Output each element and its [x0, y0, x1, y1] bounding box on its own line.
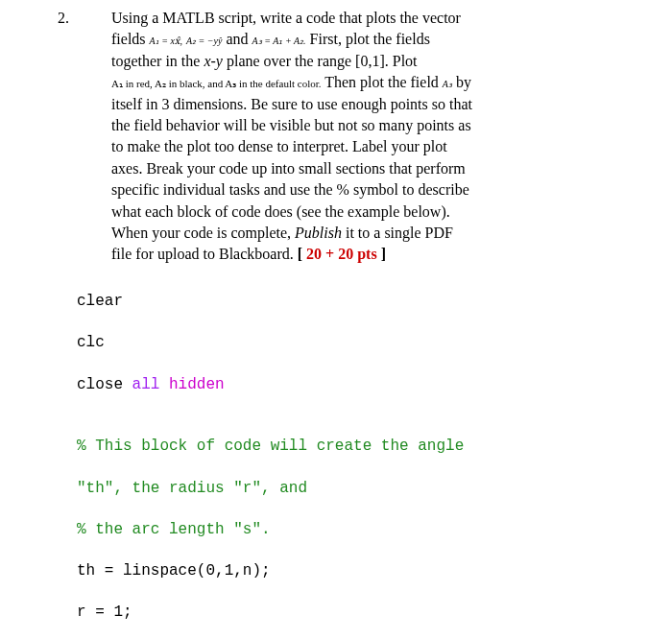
text-part: Then plot the field: [322, 74, 443, 90]
code-text: clear: [77, 293, 123, 310]
text-part: together in the: [111, 53, 204, 69]
keyword-hidden: hidden: [169, 376, 225, 393]
text-part: itself in 3 dimensions. Be sure to use e…: [111, 96, 472, 112]
text-part: by: [452, 74, 471, 90]
publish-word: Publish: [295, 225, 342, 241]
comment-str: "s": [233, 521, 261, 538]
code-text: clc: [77, 334, 105, 351]
comment-line: % This block of code will create the ang…: [77, 437, 614, 458]
text-part: the field behavior will be visible but n…: [111, 117, 471, 133]
keyword-all: all: [132, 376, 169, 393]
text-part: to make the plot too dense to interpret.…: [111, 138, 447, 154]
plot-note: A₁ in red, A₂ in black, and A₃ in the de…: [111, 78, 322, 89]
text-part: axes. Break your code up into small sect…: [111, 160, 466, 177]
text-part: it to a single PDF: [342, 225, 453, 241]
text-part: plane over the range [0,1]. Plot: [223, 53, 418, 69]
code-line: clc: [77, 333, 614, 354]
text-part: When your code is complete,: [111, 225, 295, 241]
comment-line: "th", the radius "r", and: [77, 479, 614, 500]
problem-text: Using a MATLB script, write a code that …: [111, 8, 614, 266]
text-part: and: [222, 31, 252, 47]
text-part: Using a MATLB script, write a code that …: [111, 10, 461, 26]
formula-a3-ref: A₃: [443, 78, 452, 91]
comment-str: "th": [77, 480, 113, 497]
text-part: specific individual tasks and use the % …: [111, 181, 469, 198]
formula-a1: A₁ = xx̂,: [150, 35, 182, 48]
xy-plane: x-y: [204, 53, 223, 69]
code-text: close: [77, 376, 132, 393]
points-value: 20 + 20 pts: [306, 246, 377, 262]
comment-text: .: [261, 521, 271, 538]
comment-text: , the radius: [113, 480, 233, 497]
points-bracket-open: [: [298, 246, 306, 262]
comment-str: "r": [233, 480, 261, 497]
comment-text: % the arc length: [77, 521, 233, 538]
problem-number: 2.: [58, 8, 69, 29]
formula-a2: A₂ = −yŷ: [186, 35, 222, 48]
formula-a3: A₃ = A₁ + A₂.: [252, 35, 306, 48]
code-line: th = linspace(0,1,n);: [77, 561, 614, 582]
text-part: fields: [111, 31, 150, 47]
text-part: file for upload to Blackboard.: [111, 246, 298, 262]
code-line: clear: [77, 292, 614, 313]
problem-container: 2. Using a MATLB script, write a code th…: [77, 8, 614, 266]
points-bracket-close: ]: [377, 246, 386, 262]
text-part: First, plot the fields: [306, 31, 430, 47]
comment-text: , and: [261, 480, 307, 497]
code-block: clear clc close all hidden % This block …: [77, 272, 614, 639]
text-part: what each block of code does (see the ex…: [111, 203, 450, 220]
code-line: r = 1;: [77, 603, 614, 624]
comment-line: % the arc length "s".: [77, 520, 614, 541]
code-line: close all hidden: [77, 375, 614, 396]
